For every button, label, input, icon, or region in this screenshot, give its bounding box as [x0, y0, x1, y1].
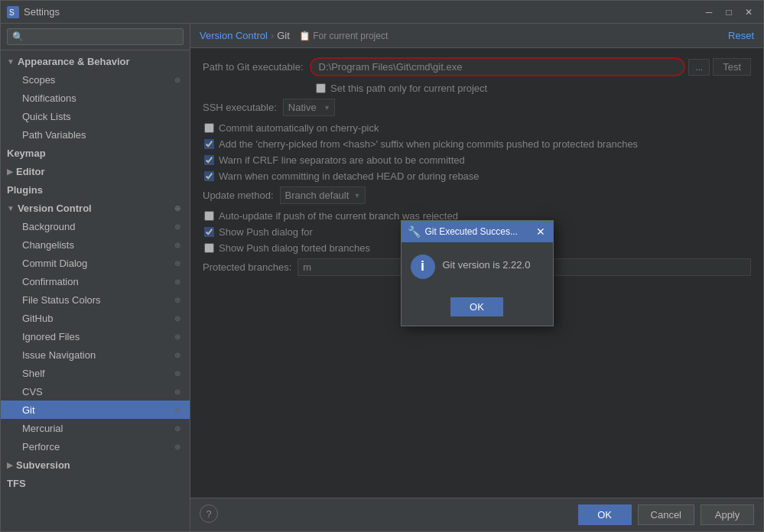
cancel-button[interactable]: Cancel — [638, 504, 694, 525]
close-button[interactable]: ✕ — [740, 4, 757, 21]
sidebar-item-notifications[interactable]: Notifications — [1, 89, 190, 107]
sidebar-item-appearance[interactable]: ▼ Appearance & Behavior — [1, 52, 190, 70]
apply-button[interactable]: Apply — [701, 504, 754, 525]
sidebar-item-subversion[interactable]: ▶ Subversion — [1, 456, 190, 474]
search-box — [1, 24, 190, 50]
breadcrumb-sep: › — [271, 30, 274, 41]
shelf-icon: ⊕ — [171, 367, 184, 379]
minimize-button[interactable]: ─ — [701, 4, 717, 21]
sidebar-item-keymap[interactable]: Keymap — [1, 144, 190, 162]
sidebar-item-version-control[interactable]: ▼ Version Control ⊕ — [1, 199, 190, 217]
cvs-icon: ⊕ — [171, 385, 184, 397]
for-project-tab[interactable]: 📋 For current project — [299, 31, 388, 41]
panel-body: Path to Git executable: ... Test Set thi… — [190, 48, 763, 498]
maximize-button[interactable]: □ — [720, 4, 737, 21]
copy-icon: ⊕ — [171, 73, 184, 86]
expand-arrow: ▼ — [7, 57, 15, 66]
sidebar-item-github[interactable]: GitHub ⊕ — [1, 309, 190, 327]
sidebar-item-tfs[interactable]: TFS — [1, 474, 190, 492]
modal-title-text: Git Executed Succes... — [425, 226, 535, 237]
sidebar-item-changelists[interactable]: Changelists ⊕ — [1, 235, 190, 254]
sidebar-item-git[interactable]: Git ⊕ — [1, 401, 190, 419]
window-controls: ─ □ ✕ — [701, 4, 757, 21]
modal-ok-button[interactable]: OK — [450, 297, 503, 316]
sidebar-item-scopes[interactable]: Scopes ⊕ — [1, 70, 190, 89]
sidebar-item-issue-navigation[interactable]: Issue Navigation ⊕ — [1, 345, 190, 364]
expand-arrow-editor: ▶ — [7, 167, 13, 176]
window-title: Settings — [24, 6, 701, 18]
panel-header: Version Control › Git 📋 For current proj… — [190, 24, 763, 48]
modal-message: Git version is 2.22.0 — [443, 255, 531, 271]
breadcrumb-vc[interactable]: Version Control — [200, 30, 268, 41]
reset-button[interactable]: Reset — [728, 30, 754, 41]
modal-footer: OK — [402, 291, 553, 326]
git-icon: ⊕ — [171, 404, 184, 416]
sidebar-item-editor[interactable]: ▶ Editor — [1, 162, 190, 180]
cd-icon: ⊕ — [171, 257, 184, 269]
git-title-icon: 🔧 — [408, 225, 421, 238]
expand-arrow-vc: ▼ — [7, 204, 15, 212]
title-bar: S Settings ─ □ ✕ — [1, 1, 763, 24]
sidebar-nav: ▼ Appearance & Behavior Scopes ⊕ Notific… — [1, 50, 190, 494]
info-icon: i — [411, 255, 435, 279]
sidebar-item-perforce[interactable]: Perforce ⊕ — [1, 437, 190, 456]
modal-close-button[interactable]: ✕ — [535, 225, 547, 238]
modal-body: i Git version is 2.22.0 — [402, 242, 553, 291]
breadcrumb: Version Control › Git — [200, 30, 290, 41]
app-icon: S — [7, 6, 19, 18]
fsc-icon: ⊕ — [171, 294, 184, 306]
in-icon: ⊕ — [171, 349, 184, 361]
bottom-bar: ? OK Cancel Apply — [190, 498, 763, 531]
if-icon: ⊕ — [171, 330, 184, 342]
sidebar-item-commit-dialog[interactable]: Commit Dialog ⊕ — [1, 254, 190, 272]
sidebar-item-cvs[interactable]: CVS ⊕ — [1, 382, 190, 401]
svg-text:S: S — [9, 8, 15, 17]
breadcrumb-git: Git — [277, 30, 290, 41]
sidebar-item-quick-lists[interactable]: Quick Lists — [1, 107, 190, 125]
sidebar-item-plugins[interactable]: Plugins — [1, 180, 190, 199]
sidebar-item-confirmation[interactable]: Confirmation ⊕ — [1, 272, 190, 290]
bg-icon: ⊕ — [171, 220, 184, 232]
modal-overlay: 🔧 Git Executed Succes... ✕ i Git version… — [190, 48, 763, 498]
sidebar: ▼ Appearance & Behavior Scopes ⊕ Notific… — [1, 24, 190, 531]
sidebar-item-shelf[interactable]: Shelf ⊕ — [1, 364, 190, 382]
tab-icon: 📋 — [299, 31, 310, 41]
settings-window: S Settings ─ □ ✕ ▼ Appearance & Behavior… — [0, 0, 764, 532]
cl-icon: ⊕ — [171, 238, 184, 251]
conf-icon: ⊕ — [171, 275, 184, 287]
git-success-dialog: 🔧 Git Executed Succes... ✕ i Git version… — [401, 220, 554, 326]
vc-icon: ⊕ — [171, 202, 184, 214]
sidebar-item-ignored-files[interactable]: Ignored Files ⊕ — [1, 327, 190, 345]
help-button[interactable]: ? — [200, 504, 218, 523]
sidebar-item-file-status-colors[interactable]: File Status Colors ⊕ — [1, 290, 190, 309]
ok-button[interactable]: OK — [578, 504, 632, 525]
merc-icon: ⊕ — [171, 422, 184, 434]
perf-icon: ⊕ — [171, 440, 184, 453]
main-panel: Version Control › Git 📋 For current proj… — [190, 24, 763, 531]
sidebar-item-path-variables[interactable]: Path Variables — [1, 125, 190, 144]
sidebar-item-background[interactable]: Background ⊕ — [1, 217, 190, 235]
expand-arrow-svn: ▶ — [7, 461, 13, 469]
sidebar-item-mercurial[interactable]: Mercurial ⊕ — [1, 419, 190, 437]
modal-title-bar: 🔧 Git Executed Succes... ✕ — [402, 221, 553, 242]
main-content: ▼ Appearance & Behavior Scopes ⊕ Notific… — [1, 24, 763, 531]
gh-icon: ⊕ — [171, 312, 184, 324]
search-input[interactable] — [7, 28, 184, 45]
